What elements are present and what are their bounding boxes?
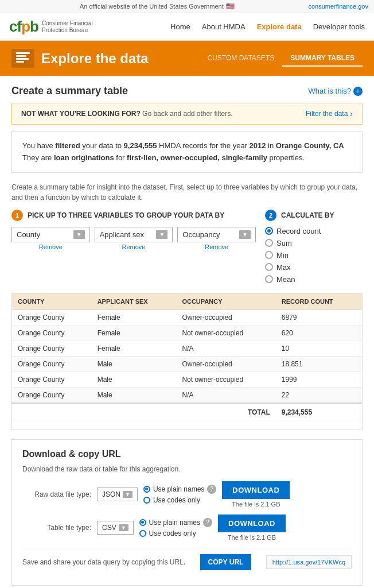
chevron-right-icon: › bbox=[350, 109, 353, 118]
radio-codes-raw bbox=[143, 497, 150, 504]
table-row: Orange County Male N/A 22 bbox=[12, 387, 362, 403]
raw-radio-options: Use plain names ? Use codes only bbox=[143, 485, 216, 504]
table-download-button[interactable]: DOWNLOAD bbox=[218, 514, 286, 532]
option-record-count[interactable]: Record count bbox=[265, 227, 363, 235]
dropdown-occupancy[interactable]: Occupancy ▼ bbox=[177, 227, 256, 242]
remove-applicantsex-link[interactable]: Remove bbox=[122, 243, 146, 250]
nav-developer-tools[interactable]: Developer tools bbox=[313, 22, 365, 31]
tab-summary-tables[interactable]: SUMMARY TABLES bbox=[282, 51, 363, 67]
raw-control: JSON ▼ bbox=[97, 488, 138, 501]
raw-download-button[interactable]: DOWNLOAD bbox=[222, 481, 290, 499]
option-max[interactable]: Max bbox=[265, 263, 363, 272]
download-title: Download & copy URL bbox=[22, 449, 352, 459]
dropdown-applicantsex[interactable]: Applicant sex ▼ bbox=[95, 227, 173, 242]
variables-calculate-wrapper: 1 PICK UP TO THREE VARIABLES TO GROUP YO… bbox=[11, 210, 363, 284]
page-title: Explore the data bbox=[41, 51, 193, 67]
explore-icon bbox=[11, 49, 34, 68]
dropdown-arrow-icon2: ▼ bbox=[156, 230, 167, 239]
col-occupancy: OCCUPANCY bbox=[176, 293, 275, 310]
filter-the-data-link[interactable]: Filter the data › bbox=[306, 109, 353, 118]
help-icon-raw[interactable]: ? bbox=[207, 485, 216, 494]
total-row: TOTAL 9,234,555 bbox=[12, 403, 362, 420]
dropdown-applicantsex-wrapper: Applicant sex ▼ Remove bbox=[95, 227, 173, 250]
dropdown-arrow-icon: ▼ bbox=[73, 230, 85, 239]
table-radio-options: Use plain names ? Use codes only bbox=[139, 518, 212, 537]
svg-rect-2 bbox=[16, 58, 29, 60]
dropdown-arrow-icon3: ▼ bbox=[239, 230, 251, 239]
url-row: Save and share your data query by copyin… bbox=[22, 548, 352, 576]
dropdown-arrow-raw: ▼ bbox=[123, 491, 133, 498]
help-icon-table[interactable]: ? bbox=[203, 518, 212, 527]
logo-cfpb: cfpb bbox=[9, 18, 38, 36]
website-link[interactable]: consumerfinance.gov bbox=[308, 3, 368, 10]
radio-max bbox=[265, 263, 273, 271]
logo-text: Consumer Financial Protection Bureau bbox=[42, 20, 93, 34]
nav-explore-data[interactable]: Explore data bbox=[257, 22, 302, 31]
dropdowns-row: County ▼ Remove Applicant sex ▼ Remove bbox=[11, 227, 256, 250]
step1-area: 1 PICK UP TO THREE VARIABLES TO GROUP YO… bbox=[11, 210, 256, 284]
use-codes-table[interactable]: Use codes only bbox=[139, 529, 212, 537]
col-record-count: RECORD COUNT bbox=[276, 293, 362, 310]
instructions-text: Create a summary table for insight into … bbox=[11, 182, 363, 203]
url-display: http://1.usa.gov/17VKWcq bbox=[266, 555, 352, 569]
step1-circle: 1 bbox=[11, 210, 23, 221]
filter-notice-text: Go back and add other filters. bbox=[142, 110, 232, 118]
table-row: Orange County Female Not owner-occupied … bbox=[12, 325, 362, 341]
raw-download-right: DOWNLOAD The file is 2.1 GB bbox=[222, 481, 290, 508]
data-table-section: COUNTY APPLICANT SEX OCCUPANCY RECORD CO… bbox=[11, 293, 363, 430]
what-is-this-link[interactable]: What is this? + bbox=[309, 87, 363, 96]
radio-plain-raw bbox=[143, 486, 150, 493]
tab-custom-datasets[interactable]: CUSTOM DATASETS bbox=[200, 51, 283, 67]
radio-record-count bbox=[265, 227, 273, 235]
logo: cfpb Consumer Financial Protection Burea… bbox=[9, 18, 93, 36]
calculate-by-options: Record count Sum Min Max Mean bbox=[265, 227, 363, 284]
filter-summary-box: You have filtered your data to 9,234,555… bbox=[11, 131, 363, 173]
dropdown-county[interactable]: County ▼ bbox=[11, 227, 90, 242]
banner-tabs: CUSTOM DATASETS SUMMARY TABLES bbox=[200, 51, 363, 67]
col-county: COUNTY bbox=[12, 293, 92, 310]
section-title: Create a summary table bbox=[11, 85, 128, 97]
svg-rect-0 bbox=[16, 52, 30, 54]
step2-area: 2 CALCULATE BY Record count Sum Min bbox=[265, 210, 363, 284]
table-label: Table file type: bbox=[22, 524, 91, 532]
table-format-dropdown[interactable]: CSV ▼ bbox=[97, 521, 134, 535]
use-codes-raw[interactable]: Use codes only bbox=[143, 496, 216, 504]
copy-url-button[interactable]: COPY URL bbox=[200, 554, 252, 570]
nav-links: Home About HMDA Explore data Developer t… bbox=[170, 22, 365, 31]
option-sum[interactable]: Sum bbox=[265, 239, 363, 247]
table-row: Orange County Male Owner-occupied 18,851 bbox=[12, 356, 362, 372]
filter-notice-bold: NOT WHAT YOU'RE LOOKING FOR? bbox=[21, 110, 141, 118]
summary-table: COUNTY APPLICANT SEX OCCUPANCY RECORD CO… bbox=[12, 293, 362, 420]
option-mean[interactable]: Mean bbox=[265, 275, 363, 284]
download-section: Download & copy URL Download the raw dat… bbox=[11, 439, 363, 586]
radio-plain-table bbox=[139, 519, 146, 526]
radio-mean bbox=[265, 275, 273, 283]
raw-label: Raw data file type: bbox=[22, 490, 91, 498]
use-plain-names-table[interactable]: Use plain names ? bbox=[139, 518, 212, 527]
nav-about-hmda[interactable]: About HMDA bbox=[202, 22, 246, 31]
nav-bar: cfpb Consumer Financial Protection Burea… bbox=[0, 13, 374, 41]
plus-icon: + bbox=[353, 87, 363, 96]
use-plain-names-raw[interactable]: Use plain names ? bbox=[143, 485, 216, 494]
nav-home[interactable]: Home bbox=[170, 22, 190, 31]
step2-label: 2 CALCULATE BY bbox=[265, 210, 363, 221]
radio-codes-table bbox=[139, 530, 146, 537]
raw-format-dropdown[interactable]: JSON ▼ bbox=[97, 488, 138, 501]
official-text: An official website of the United States… bbox=[80, 3, 224, 10]
filter-notice: NOT WHAT YOU'RE LOOKING FOR? Go back and… bbox=[11, 103, 363, 125]
table-file-size: The file is 2.1 GB bbox=[228, 534, 276, 541]
step1-label: 1 PICK UP TO THREE VARIABLES TO GROUP YO… bbox=[11, 210, 256, 221]
table-data-row: Table file type: CSV ▼ Use plain names ?… bbox=[22, 514, 352, 541]
raw-file-size: The file is 2.1 GB bbox=[232, 501, 280, 508]
url-description: Save and share your data query by copyin… bbox=[22, 558, 185, 566]
svg-rect-1 bbox=[16, 55, 26, 57]
top-bar: An official website of the United States… bbox=[0, 0, 374, 13]
main-content: Create a summary table What is this? + N… bbox=[0, 76, 374, 588]
raw-data-row: Raw data file type: JSON ▼ Use plain nam… bbox=[22, 481, 352, 508]
dropdown-county-wrapper: County ▼ Remove bbox=[11, 227, 90, 250]
remove-occupancy-link[interactable]: Remove bbox=[205, 243, 228, 250]
remove-county-link[interactable]: Remove bbox=[39, 243, 63, 250]
svg-rect-3 bbox=[16, 61, 24, 63]
option-min[interactable]: Min bbox=[265, 251, 363, 260]
table-control: CSV ▼ bbox=[97, 521, 134, 535]
